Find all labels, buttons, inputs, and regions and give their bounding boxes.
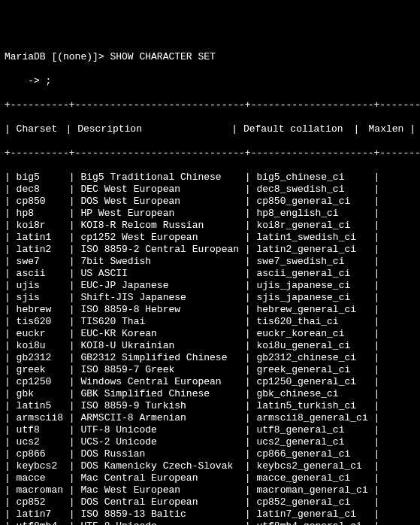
- cell-charset: keybcs2: [17, 460, 69, 472]
- cell-collation: gb2312_chinese_ci: [256, 352, 373, 364]
- table-row: | cp852 | DOS Central European | cp852_g…: [5, 496, 415, 508]
- cell-charset: cp852: [17, 496, 69, 508]
- cell-description: EUC-JP Japanese: [80, 280, 244, 292]
- cell-collation: tis620_thai_ci: [256, 316, 373, 328]
- table-row: | utf8 | UTF-8 Unicode | utf8_general_ci…: [5, 424, 415, 436]
- cell-collation: utf8mb4_general_ci: [256, 520, 373, 525]
- cell-description: Mac West European: [80, 484, 244, 496]
- cell-charset: ujis: [17, 280, 69, 292]
- cell-description: Big5 Traditional Chinese: [80, 171, 244, 184]
- cell-maxlen: 2: [385, 388, 420, 400]
- cell-collation: dec8_swedish_ci: [256, 184, 373, 196]
- cell-charset: euckr: [17, 328, 69, 340]
- cell-collation: big5_chinese_ci: [256, 171, 373, 184]
- cell-collation: cp852_general_ci: [256, 496, 373, 508]
- cell-description: ISO 8859-13 Baltic: [80, 508, 244, 520]
- cell-collation: latin7_general_ci: [256, 508, 373, 520]
- table-row: | cp1250 | Windows Central European | cp…: [5, 376, 415, 388]
- table-row: | dec8 | DEC West European | dec8_swedis…: [5, 184, 415, 196]
- cell-maxlen: 2: [385, 171, 420, 184]
- cell-charset: cp850: [17, 196, 69, 208]
- cell-collation: macroman_general_ci: [256, 484, 373, 496]
- table-row: | latin2 | ISO 8859-2 Central European |…: [5, 244, 415, 256]
- cell-collation: ascii_general_ci: [256, 268, 373, 280]
- cell-description: EUC-KR Korean: [80, 328, 244, 340]
- table-row: | ucs2 | UCS-2 Unicode | ucs2_general_ci…: [5, 436, 415, 448]
- cell-maxlen: 1: [385, 244, 420, 256]
- prompt-continuation: -> ;: [5, 75, 415, 87]
- cell-charset: gb2312: [17, 352, 69, 364]
- cell-maxlen: 1: [385, 208, 420, 220]
- cell-description: DOS Russian: [80, 448, 244, 460]
- cell-description: GB2312 Simplified Chinese: [80, 352, 244, 364]
- table-header: | Charset| Description| Default collatio…: [5, 123, 415, 135]
- cell-charset: hebrew: [17, 304, 69, 316]
- cell-collation: koi8u_general_ci: [256, 340, 373, 352]
- table-row: | cp850 | DOS West European | cp850_gene…: [5, 196, 415, 208]
- cell-charset: ucs2: [17, 436, 69, 448]
- cell-maxlen: 1: [385, 472, 420, 484]
- cell-description: ISO 8859-7 Greek: [80, 364, 244, 376]
- prompt-line: MariaDB [(none)]> SHOW CHARACTER SET: [5, 51, 415, 63]
- cell-collation: swe7_swedish_ci: [256, 256, 373, 268]
- cell-charset: koi8u: [17, 340, 69, 352]
- table-row: | latin5 | ISO 8859-9 Turkish | latin5_t…: [5, 400, 415, 412]
- cell-charset: armscii8: [17, 412, 69, 424]
- cell-collation: latin5_turkish_ci: [256, 400, 373, 412]
- table-row: | euckr | EUC-KR Korean | euckr_korean_c…: [5, 328, 415, 340]
- table-row: | utf8mb4 | UTF-8 Unicode | utf8mb4_gene…: [5, 520, 415, 525]
- cell-description: Shift-JIS Japanese: [80, 292, 244, 304]
- cell-charset: big5: [17, 171, 69, 184]
- cell-maxlen: 1: [385, 220, 420, 232]
- table-row: | ascii | US ASCII | ascii_general_ci | …: [5, 268, 415, 280]
- cell-description: UTF-8 Unicode: [80, 520, 244, 525]
- cell-maxlen: 1: [385, 400, 420, 412]
- cell-description: 7bit Swedish: [80, 256, 244, 268]
- cell-charset: utf8mb4: [17, 520, 69, 525]
- cell-charset: dec8: [17, 184, 69, 196]
- cell-maxlen: 1: [385, 448, 420, 460]
- table-row: | greek | ISO 8859-7 Greek | greek_gener…: [5, 364, 415, 376]
- cell-description: ISO 8859-9 Turkish: [80, 400, 244, 412]
- cell-description: KOI8-R Relcom Russian: [80, 220, 244, 232]
- cell-charset: latin5: [17, 400, 69, 412]
- cell-description: UCS-2 Unicode: [80, 436, 244, 448]
- cell-description: Mac Central European: [80, 472, 244, 484]
- table-row: | hp8 | HP West European | hp8_english_c…: [5, 208, 415, 220]
- table-row: | latin1 | cp1252 West European | latin1…: [5, 232, 415, 244]
- cell-description: DOS Central European: [80, 496, 244, 508]
- table-row: | swe7 | 7bit Swedish | swe7_swedish_ci …: [5, 256, 415, 268]
- table-row: | armscii8 | ARMSCII-8 Armenian | armsci…: [5, 412, 415, 424]
- cell-collation: sjis_japanese_ci: [256, 292, 373, 304]
- cell-maxlen: 2: [385, 352, 420, 364]
- cell-maxlen: 1: [385, 376, 420, 388]
- cell-collation: macce_general_ci: [256, 472, 373, 484]
- cell-collation: cp866_general_ci: [256, 448, 373, 460]
- table-body: | big5 | Big5 Traditional Chinese | big5…: [5, 171, 415, 525]
- table-row: | macroman | Mac West European | macroma…: [5, 484, 415, 496]
- cell-maxlen: 1: [385, 508, 420, 520]
- table-row: | keybcs2 | DOS Kamenicky Czech-Slovak |…: [5, 460, 415, 472]
- cell-maxlen: 1: [385, 184, 420, 196]
- cell-description: DOS Kamenicky Czech-Slovak: [80, 460, 244, 472]
- table-row: | big5 | Big5 Traditional Chinese | big5…: [5, 171, 415, 184]
- table-row: | ujis | EUC-JP Japanese | ujis_japanese…: [5, 280, 415, 292]
- cell-maxlen: 1: [385, 196, 420, 208]
- cell-collation: gbk_chinese_ci: [256, 388, 373, 400]
- cell-charset: greek: [17, 364, 69, 376]
- cell-collation: euckr_korean_ci: [256, 328, 373, 340]
- cell-description: DOS West European: [80, 196, 244, 208]
- cell-collation: greek_general_ci: [256, 364, 373, 376]
- cell-description: TIS620 Thai: [80, 316, 244, 328]
- table-row: | koi8r | KOI8-R Relcom Russian | koi8r_…: [5, 220, 415, 232]
- cell-charset: latin1: [17, 232, 69, 244]
- cell-maxlen: 1: [385, 496, 420, 508]
- cell-charset: swe7: [17, 256, 69, 268]
- table-border-mid: +----------+----------------------------…: [5, 147, 415, 159]
- cell-maxlen: 1: [385, 484, 420, 496]
- cell-description: Windows Central European: [80, 376, 244, 388]
- cell-collation: hp8_english_ci: [256, 208, 373, 220]
- cell-charset: koi8r: [17, 220, 69, 232]
- cell-description: GBK Simplified Chinese: [80, 388, 244, 400]
- cell-maxlen: 1: [385, 364, 420, 376]
